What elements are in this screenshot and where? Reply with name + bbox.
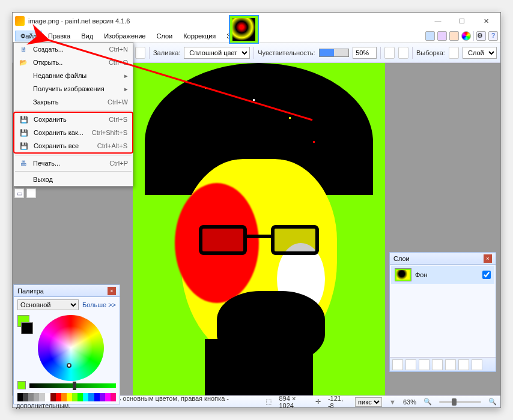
menu-file[interactable]: Файл [15, 31, 42, 41]
menu-item-save[interactable]: 💾 Сохранить Ctrl+S [14, 113, 132, 126]
palette-more-link[interactable]: Больше >> [82, 301, 116, 308]
fill-label: Заливка: [153, 49, 180, 56]
menu-item-close[interactable]: Закрыть Ctrl+W [14, 95, 133, 109]
print-icon: 🖶 [19, 158, 28, 168]
menu-correction[interactable]: Коррекция [178, 31, 220, 41]
slider-swatch [17, 381, 26, 389]
status-zoom: 63% [403, 398, 416, 406]
document-thumbnail[interactable] [229, 15, 259, 44]
layer-name: Фон [415, 271, 479, 278]
fill-select[interactable]: Сплошной цвет [184, 47, 250, 59]
settings-icon[interactable]: ⚙ [476, 31, 486, 41]
layers-title: Слои [393, 255, 410, 262]
menu-item-new[interactable]: 🗎 Создать... Ctrl+N [14, 43, 133, 56]
tool-icon[interactable] [26, 188, 36, 198]
layer-thumbnail [395, 268, 411, 281]
layer-props-icon[interactable] [472, 359, 482, 370]
minimize-button[interactable]: — [426, 13, 450, 29]
menu-item-open[interactable]: 📂 Открыть.. Ctrl+O [14, 56, 133, 69]
menu-item-acquire[interactable]: Получить изображения ▸ [14, 82, 133, 95]
tool-icon[interactable] [398, 47, 408, 59]
menu-edit[interactable]: Правка [43, 31, 75, 41]
window-title: image.png - paint.net версия 4.1.6 [28, 17, 426, 25]
menu-view[interactable]: Вид [76, 31, 98, 41]
layer-merge-icon[interactable] [432, 359, 443, 370]
menu-item-print[interactable]: 🖶 Печать... Ctrl+P [14, 157, 133, 170]
layer-add-icon[interactable] [392, 359, 403, 370]
zoom-out-icon[interactable]: 🔍 [423, 398, 432, 406]
open-icon: 📂 [19, 58, 28, 67]
portrait-image [133, 63, 385, 395]
value-slider[interactable] [29, 383, 116, 388]
layers-window-icon[interactable] [449, 31, 459, 41]
status-dims: 894 × 1024 [279, 395, 308, 409]
selection-select[interactable]: Слой [463, 47, 497, 59]
menu-image[interactable]: Изображение [99, 31, 150, 41]
layer-up-icon[interactable] [445, 359, 456, 370]
palette-title: Палитра [17, 287, 44, 295]
menu-item-exit[interactable]: Выход [14, 173, 133, 186]
tolerance-slider[interactable] [319, 49, 350, 57]
tolerance-input[interactable] [353, 47, 377, 59]
canvas[interactable] [133, 63, 385, 395]
shape-tool-icon[interactable]: ▭ [14, 188, 24, 198]
save-group-highlight: 💾 Сохранить Ctrl+S 💾 Сохранить как... Ct… [13, 112, 133, 154]
save-icon: 💾 [19, 115, 29, 124]
saveas-icon: 💾 [19, 128, 29, 137]
menu-item-recent[interactable]: Недавние файлы ▸ [14, 69, 133, 82]
color-wheel[interactable] [38, 315, 104, 381]
layer-visible-checkbox[interactable] [482, 271, 491, 279]
tools-window-icon[interactable] [425, 31, 435, 41]
layer-row[interactable]: Фон [391, 266, 494, 284]
layer-delete-icon[interactable] [405, 359, 416, 370]
menu-item-saveall[interactable]: 💾 Сохранить все Ctrl+Alt+S [14, 139, 132, 152]
zoom-in-icon[interactable]: 🔍 [488, 398, 497, 406]
menu-item-saveas[interactable]: 💾 Сохранить как... Ctrl+Shift+S [14, 126, 132, 139]
file-menu-dropdown: 🗎 Создать... Ctrl+N 📂 Открыть.. Ctrl+O Н… [13, 42, 133, 187]
app-icon [15, 16, 25, 26]
secondary-swatch[interactable] [21, 322, 33, 334]
layers-close-icon[interactable]: × [484, 254, 492, 263]
palette-panel: Палитра × Основной Больше >> [13, 284, 120, 404]
help-icon[interactable]: ? [488, 31, 498, 41]
tool-icon[interactable] [384, 47, 395, 59]
close-button[interactable]: ✕ [474, 13, 498, 29]
history-window-icon[interactable] [437, 31, 447, 41]
layer-down-icon[interactable] [458, 359, 469, 370]
selection-mode-icon[interactable] [449, 47, 459, 59]
tool-icon[interactable] [135, 47, 145, 59]
color-strip[interactable] [17, 393, 116, 401]
tolerance-label: Чувствительность: [258, 49, 315, 56]
maximize-button[interactable]: ☐ [450, 13, 474, 29]
zoom-slider[interactable] [439, 401, 481, 403]
status-pos: -121, -8 [328, 395, 348, 409]
palette-mode-select[interactable]: Основной [17, 299, 79, 310]
layers-panel: Слои × Фон [389, 252, 496, 372]
colors-window-icon[interactable] [461, 31, 471, 41]
layer-dup-icon[interactable] [419, 359, 430, 370]
selection-label: Выборка: [416, 49, 445, 56]
menu-layers[interactable]: Слои [151, 31, 177, 41]
unit-select[interactable]: пикс [355, 397, 382, 407]
saveall-icon: 💾 [19, 141, 29, 151]
new-icon: 🗎 [19, 44, 28, 54]
thumbnail-image [232, 18, 255, 41]
palette-close-icon[interactable]: × [108, 287, 116, 295]
